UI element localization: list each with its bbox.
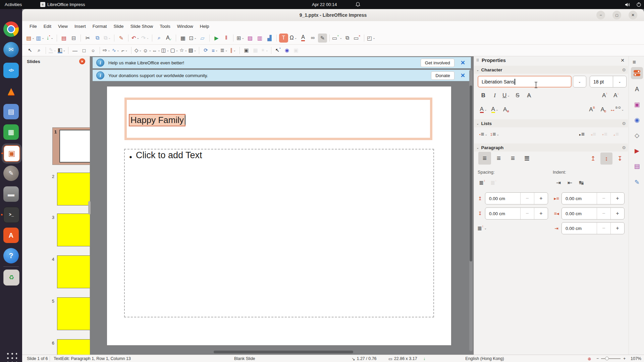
focused-app-menu[interactable]: ≡ LibreOffice Impress <box>38 0 88 9</box>
lists-section-header[interactable]: ⌄ Lists ⚙ <box>474 119 628 127</box>
ordered-list-button[interactable]: 1≡⌄ <box>490 129 500 139</box>
trash-dock-icon[interactable]: ♻ <box>3 269 19 286</box>
vertical-scrollbar-thumb[interactable] <box>470 85 472 261</box>
menu-edit[interactable]: Edit <box>40 23 55 30</box>
below-paragraph-spacing-field[interactable]: 0.00 cm−+ <box>485 207 548 220</box>
undo-dropdown[interactable]: ⌄ <box>137 36 139 40</box>
libreoffice-impress-dock-icon[interactable]: ▣ <box>3 145 20 162</box>
tab-animation[interactable]: ✎ <box>631 176 643 188</box>
image-filter-dropdown[interactable]: ⌄ <box>266 49 268 52</box>
below-paragraph-spacing-decrease-button[interactable]: − <box>520 208 534 219</box>
arrange-button[interactable]: ≣⌄ <box>220 46 228 55</box>
symbol-shapes-dropdown[interactable]: ⌄ <box>149 49 151 52</box>
gear-icon[interactable]: ⚙ <box>622 121 626 126</box>
thunderbird-dock-icon[interactable]: ✉ <box>3 42 19 57</box>
gear-icon[interactable]: ⚙ <box>622 145 626 150</box>
insert-line-button[interactable]: — <box>71 46 79 55</box>
block-arrows-dropdown[interactable]: ⌄ <box>158 49 160 52</box>
helplines-while-moving-button[interactable]: ▱ <box>198 34 207 43</box>
menu-view[interactable]: View <box>55 23 71 30</box>
clock-button[interactable]: Apr 22 00:14 <box>309 0 339 9</box>
curves-and-polygons-button[interactable]: ∿⌄ <box>111 46 120 55</box>
connectors-dropdown[interactable]: ⌄ <box>125 49 128 52</box>
align-objects-button[interactable]: ≡⌄ <box>211 46 219 55</box>
vlc-dock-icon[interactable]: ▲ <box>3 83 19 99</box>
help-dock-icon[interactable]: ? <box>3 248 19 263</box>
save-dropdown[interactable]: ⌄ <box>51 36 53 40</box>
after-text-indent-increase-button[interactable]: + <box>610 208 624 219</box>
gear-icon[interactable]: ⚙ <box>622 67 626 72</box>
demote-button[interactable]: ▸≡ <box>577 129 587 139</box>
above-paragraph-spacing-decrease-button[interactable]: − <box>520 193 534 204</box>
lines-and-arrows-dropdown[interactable]: ⌄ <box>108 49 110 52</box>
connectors-button[interactable]: ⌐⌄ <box>120 46 129 55</box>
line-spacing-dropdown[interactable]: ⌄ <box>484 227 487 230</box>
superscript-button[interactable]: AB <box>587 105 597 115</box>
panel-splitter-handle[interactable] <box>88 201 91 215</box>
slide-canvas[interactable]: Happy Family ● Click to add Text <box>107 86 451 346</box>
ubuntu-software-dock-icon[interactable]: A <box>3 228 19 243</box>
libreoffice-writer-dock-icon[interactable]: ▤ <box>3 104 19 119</box>
align-center-vertically-button[interactable]: ↕ <box>600 153 612 165</box>
character-spacing-button[interactable]: ↔B-D⌄ <box>610 105 624 115</box>
slides-panel-close-button[interactable]: ✕ <box>79 58 85 64</box>
align-left-button[interactable]: ≡ <box>478 152 491 165</box>
save-button[interactable]: ↓•⌄ <box>45 34 54 43</box>
first-line-indent-field[interactable]: 0.00 cm−+ <box>561 222 625 234</box>
ordered-list-dropdown[interactable]: ⌄ <box>496 133 499 136</box>
copy-button[interactable]: ⧉ <box>93 34 102 43</box>
above-paragraph-spacing-increase-button[interactable]: + <box>534 193 548 204</box>
tab-properties[interactable] <box>631 67 643 79</box>
character-shadow-button[interactable]: A <box>524 90 534 101</box>
flowchart-shapes-button[interactable]: ◫⌄ <box>161 46 169 55</box>
flowchart-shapes-dropdown[interactable]: ⌄ <box>167 49 169 52</box>
new-presentation-dropdown[interactable]: ⌄ <box>32 36 35 40</box>
language-status[interactable]: English (Hong Kong) <box>446 355 523 362</box>
insert-special-character-dropdown[interactable]: ⌄ <box>294 36 297 40</box>
delete-slide-button[interactable]: ▭× <box>353 34 362 43</box>
tab-slide-transition[interactable]: ▶ <box>631 145 643 157</box>
arrange-dropdown[interactable]: ⌄ <box>225 49 228 52</box>
increase-indent-button[interactable]: ⇥ <box>553 178 564 188</box>
show-applications-icon[interactable] <box>5 351 17 362</box>
rectangle-button[interactable]: □ <box>80 46 88 55</box>
paragraph-section-header[interactable]: ⌄ Paragraph ⚙ <box>474 143 628 152</box>
basic-shapes-dropdown[interactable]: ⌄ <box>139 49 142 52</box>
first-line-indent-increase-button[interactable]: + <box>610 223 624 234</box>
vertical-scrollbar[interactable] <box>469 70 473 351</box>
system-tray[interactable] <box>625 0 641 9</box>
undo-button[interactable]: ↶⌄ <box>131 34 140 43</box>
toggle-3d-button[interactable]: ▣ <box>292 46 300 55</box>
title-text-frame[interactable]: Happy Family <box>124 98 432 140</box>
stars-and-banners-dropdown[interactable]: ⌄ <box>184 49 187 52</box>
insert-special-character-button[interactable]: Ω⌄ <box>289 34 298 43</box>
clone-formatting-button[interactable]: ✎ <box>117 34 126 43</box>
underline-dropdown[interactable]: ⌄ <box>507 94 510 97</box>
paste-button[interactable]: ⧉⌄ <box>103 34 112 43</box>
export-pdf-button[interactable]: ▤ <box>59 34 68 43</box>
stars-and-banners-button[interactable]: ☆⌄ <box>179 46 187 55</box>
window-titlebar[interactable]: 9_1.pptx - LibreOffice Impress − ▢ ✕ <box>22 9 644 21</box>
subscript-button[interactable]: AB <box>598 105 608 115</box>
line-color-dropdown[interactable]: ⌄ <box>54 49 56 52</box>
duplicate-slide-button[interactable]: ⧉ <box>343 34 352 43</box>
highlight-color-button[interactable]: A⌄ <box>490 105 500 115</box>
move-down-button[interactable]: ▾≡ <box>600 129 610 139</box>
before-text-indent-increase-button[interactable]: + <box>610 193 624 204</box>
character-formatting-button[interactable]: A <box>299 34 308 43</box>
document-modified-icon[interactable]: ↓ <box>423 355 425 362</box>
vscode-dock-icon[interactable]: </> <box>3 63 19 78</box>
activities-button[interactable]: Activities <box>2 0 24 9</box>
zoom-slider-track[interactable] <box>601 358 621 359</box>
lines-and-arrows-button[interactable]: ⇨⌄ <box>102 46 111 55</box>
menu-format[interactable]: Format <box>89 23 110 30</box>
3d-objects-dropdown[interactable]: ⌄ <box>194 49 197 52</box>
menu-insert[interactable]: Insert <box>71 23 89 30</box>
block-arrows-button[interactable]: ⇔⌄ <box>152 46 160 55</box>
minimize-button[interactable]: − <box>596 11 605 19</box>
new-slide-button[interactable]: ▭+⌄ <box>332 34 342 43</box>
underline-button[interactable]: U⌄ <box>501 90 511 101</box>
align-justify-button[interactable]: ≣ <box>521 152 533 165</box>
move-up-button[interactable]: ▴≡ <box>611 129 621 139</box>
unordered-list-button[interactable]: •≡⌄ <box>478 129 488 139</box>
